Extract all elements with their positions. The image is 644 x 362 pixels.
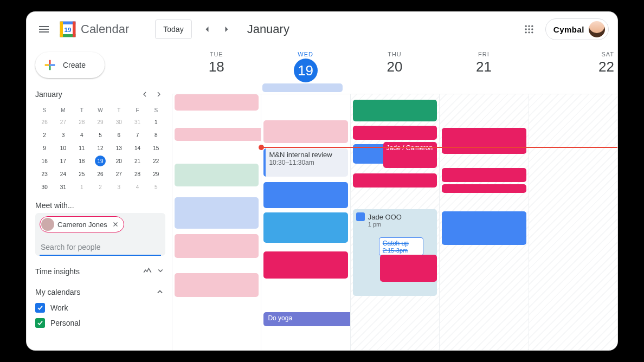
day-header[interactable]: THU20 <box>350 47 439 94</box>
mini-day[interactable]: 17 <box>54 154 72 167</box>
mini-day[interactable]: 31 <box>128 115 146 128</box>
mini-day[interactable]: 6 <box>110 128 128 141</box>
mini-day[interactable]: 4 <box>128 180 146 193</box>
mini-day[interactable]: 9 <box>35 141 54 154</box>
user-avatar[interactable] <box>589 21 605 37</box>
create-button[interactable]: Create <box>35 52 105 78</box>
mini-day[interactable]: 3 <box>54 128 72 141</box>
mini-day[interactable]: 23 <box>35 167 54 180</box>
calendar-grid[interactable]: M&N internal review 10:30–11:30am Do yog… <box>172 94 617 350</box>
mini-day[interactable]: 12 <box>91 141 110 154</box>
person-chip[interactable]: Cameron Jones <box>40 216 124 232</box>
event[interactable] <box>442 128 526 154</box>
event[interactable] <box>263 251 347 279</box>
event[interactable] <box>442 184 526 193</box>
day-header[interactable]: TUE18 <box>172 47 261 94</box>
svg-text:19: 19 <box>64 26 72 33</box>
checkbox-icon[interactable] <box>35 318 45 328</box>
mini-day[interactable]: 5 <box>91 128 110 141</box>
event-ooo[interactable]: Jade OOO 1 pm Catch up 2:15-3pm <box>353 209 437 296</box>
event[interactable] <box>263 120 347 143</box>
day-of-week: WED <box>261 51 350 57</box>
mini-day[interactable]: 1 <box>73 180 91 193</box>
day-col-tue[interactable] <box>172 94 261 350</box>
mini-day[interactable]: 27 <box>54 115 72 128</box>
event-jade-cameron[interactable]: Jade / Cameron <box>383 142 437 168</box>
mini-day[interactable]: 30 <box>35 180 54 193</box>
mini-day[interactable]: 10 <box>54 141 72 154</box>
apps-launcher-icon[interactable] <box>518 18 540 40</box>
day-of-week: TUE <box>172 51 261 57</box>
mini-day[interactable]: 19 <box>91 154 110 167</box>
day-header[interactable]: SAT22 <box>529 47 617 94</box>
mini-next-button[interactable] <box>152 88 165 101</box>
event-review[interactable]: M&N internal review 10:30–11:30am <box>263 148 347 177</box>
mini-day[interactable]: 26 <box>35 115 54 128</box>
event[interactable] <box>380 255 437 282</box>
event[interactable] <box>263 182 347 208</box>
menu-icon[interactable] <box>31 16 57 42</box>
org-name: Cymbal <box>553 25 584 34</box>
mini-day[interactable]: 13 <box>110 141 128 154</box>
event[interactable] <box>442 211 526 245</box>
mini-day[interactable]: 7 <box>128 128 146 141</box>
event[interactable] <box>442 168 526 182</box>
day-col-wed[interactable]: M&N internal review 10:30–11:30am Do yog… <box>261 94 350 350</box>
event[interactable] <box>175 94 259 111</box>
mini-day[interactable]: 18 <box>73 154 91 167</box>
mini-day[interactable]: 24 <box>54 167 72 180</box>
day-col-thu[interactable]: Jade / Cameron Jade OOO 1 pm Catch up 2:… <box>350 94 439 350</box>
next-week-button[interactable] <box>217 20 236 39</box>
mini-day[interactable]: 14 <box>128 141 146 154</box>
mini-day[interactable]: 5 <box>147 180 165 193</box>
chip-remove-icon[interactable] <box>111 219 120 229</box>
mini-day[interactable]: 2 <box>91 180 110 193</box>
day-header[interactable]: FRI21 <box>439 47 528 94</box>
svg-rect-3 <box>60 22 63 37</box>
calendar-item[interactable]: Work <box>35 303 165 313</box>
mini-day[interactable]: 31 <box>54 180 72 193</box>
mini-day[interactable]: 11 <box>73 141 91 154</box>
event[interactable] <box>353 173 437 188</box>
mini-day[interactable]: 30 <box>110 115 128 128</box>
mini-day[interactable]: 8 <box>147 128 165 141</box>
calendar-item[interactable]: Personal <box>35 318 165 328</box>
event[interactable] <box>175 164 259 186</box>
mini-day[interactable]: 29 <box>91 115 110 128</box>
mini-day[interactable]: 16 <box>35 154 54 167</box>
mini-day[interactable]: 4 <box>73 128 91 141</box>
day-col-fri[interactable] <box>439 94 528 350</box>
event[interactable] <box>353 126 437 140</box>
mini-day[interactable]: 22 <box>147 154 165 167</box>
mini-day[interactable]: 20 <box>110 154 128 167</box>
search-people-input[interactable] <box>40 237 161 256</box>
mini-day[interactable]: 26 <box>91 167 110 180</box>
my-calendars-row[interactable]: My calendars <box>35 287 165 298</box>
time-insights-row[interactable]: Time insights <box>35 266 165 277</box>
prev-week-button[interactable] <box>197 20 217 39</box>
mini-day[interactable]: 28 <box>128 167 146 180</box>
checkbox-icon[interactable] <box>35 303 45 313</box>
event-yoga[interactable]: Do yoga <box>263 312 360 326</box>
mini-day[interactable]: 28 <box>73 115 91 128</box>
mini-day[interactable]: 29 <box>147 167 165 180</box>
event[interactable] <box>175 197 259 229</box>
mini-prev-button[interactable] <box>138 88 151 101</box>
mini-day[interactable]: 25 <box>73 167 91 180</box>
mini-day[interactable]: 21 <box>128 154 146 167</box>
mini-day[interactable]: 15 <box>147 141 165 154</box>
mini-day[interactable]: 27 <box>110 167 128 180</box>
day-col-sat[interactable] <box>529 94 617 350</box>
mini-day[interactable]: 1 <box>147 115 165 128</box>
mini-day[interactable]: 3 <box>110 180 128 193</box>
event[interactable] <box>175 234 259 258</box>
event[interactable] <box>175 273 259 297</box>
account-pill[interactable]: Cymbal <box>545 18 609 40</box>
today-button[interactable]: Today <box>155 20 191 39</box>
event[interactable] <box>353 100 437 121</box>
allday-event[interactable] <box>262 83 343 92</box>
event[interactable] <box>263 212 347 243</box>
mini-day[interactable]: 2 <box>35 128 54 141</box>
mini-calendar[interactable]: SMTWTFS 26272829303112345678910111213141… <box>35 105 165 193</box>
chevron-down-icon[interactable] <box>152 266 165 277</box>
